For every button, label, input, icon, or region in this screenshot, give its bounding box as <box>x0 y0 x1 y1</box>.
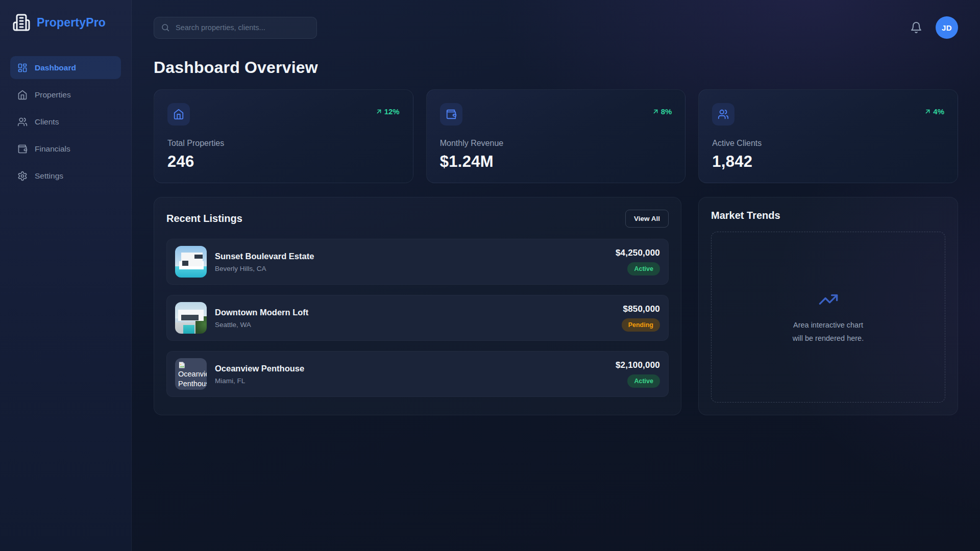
main-content: JD Dashboard Overview 12% Total Properti <box>132 0 980 551</box>
building-logo-icon <box>12 13 31 32</box>
status-badge: Active <box>627 374 660 388</box>
topbar: JD <box>154 16 958 39</box>
arrow-up-right-icon <box>924 108 932 115</box>
sidebar-item-label: Settings <box>35 171 63 181</box>
listing-name: Oceanview Penthouse <box>215 364 607 373</box>
listing-location: Seattle, WA <box>215 321 614 329</box>
app-logo: PropertyPro <box>10 13 121 32</box>
listing-row-oceanview-penthouse[interactable]: Oceanview Penthouse Oceanview Penthouse … <box>166 351 669 397</box>
recent-listings-title: Recent Listings <box>166 213 242 224</box>
stat-change: 12% <box>375 107 400 116</box>
listing-location: Beverly Hills, CA <box>215 265 607 272</box>
stat-change-value: 12% <box>384 107 400 116</box>
chart-placeholder-line1: Area interactive chart <box>793 319 864 332</box>
broken-image-icon <box>178 361 186 369</box>
sidebar: PropertyPro Dashboard Properties <box>0 0 132 551</box>
sidebar-item-label: Dashboard <box>35 63 76 72</box>
view-all-button[interactable]: View All <box>625 210 669 228</box>
listing-row-sunset-boulevard[interactable]: Sunset Boulevard Estate Beverly Hills, C… <box>166 239 669 285</box>
sidebar-item-dashboard[interactable]: Dashboard <box>10 56 121 79</box>
page-title: Dashboard Overview <box>154 58 958 77</box>
sidebar-item-settings[interactable]: Settings <box>10 164 121 187</box>
listing-price: $2,100,000 <box>616 360 660 370</box>
stat-label: Active Clients <box>712 139 944 148</box>
stat-card-active-clients: 4% Active Clients 1,842 <box>698 89 958 183</box>
sidebar-item-label: Clients <box>35 117 59 127</box>
market-trends-title: Market Trends <box>711 210 780 221</box>
topbar-actions: JD <box>910 16 958 39</box>
status-badge: Pending <box>622 318 660 332</box>
stat-value: 1,842 <box>712 153 944 171</box>
home-icon <box>17 90 28 100</box>
stat-label: Monthly Revenue <box>440 139 672 148</box>
listing-thumbnail-alt-text: Oceanview Penthouse <box>178 369 204 388</box>
search-icon <box>161 23 170 32</box>
status-badge: Active <box>627 262 660 276</box>
wallet-icon <box>440 103 462 126</box>
search-bar <box>154 17 317 39</box>
stat-value: 246 <box>167 153 400 171</box>
listing-price: $850,000 <box>623 304 660 314</box>
stat-change: 8% <box>652 107 672 116</box>
listing-thumbnail-broken: Oceanview Penthouse <box>175 358 207 390</box>
listing-list: Sunset Boulevard Estate Beverly Hills, C… <box>166 239 669 397</box>
arrow-up-right-icon <box>652 108 659 115</box>
arrow-up-right-icon <box>375 108 383 115</box>
market-trends-panel: Market Trends Area interactive chart wil… <box>698 197 958 415</box>
users-icon <box>17 117 28 127</box>
content-row: Recent Listings View All Sunset Boulevar… <box>154 197 958 415</box>
stat-card-monthly-revenue: 8% Monthly Revenue $1.24M <box>426 89 686 183</box>
stat-value: $1.24M <box>440 153 672 171</box>
listing-location: Miami, FL <box>215 377 607 385</box>
sidebar-item-label: Financials <box>35 144 70 154</box>
listing-name: Downtown Modern Loft <box>215 308 614 317</box>
chart-placeholder-line2: will be rendered here. <box>793 332 864 345</box>
wallet-icon <box>17 144 28 154</box>
stat-change-value: 4% <box>933 107 944 116</box>
chart-placeholder: Area interactive chart will be rendered … <box>711 232 945 403</box>
listing-row-downtown-loft[interactable]: Downtown Modern Loft Seattle, WA $850,00… <box>166 295 669 341</box>
listing-price: $4,250,000 <box>616 248 660 258</box>
stat-card-total-properties: 12% Total Properties 246 <box>154 89 413 183</box>
home-icon <box>167 103 190 126</box>
app-name: PropertyPro <box>37 16 106 30</box>
bell-icon[interactable] <box>910 21 922 34</box>
sidebar-item-label: Properties <box>35 90 71 99</box>
stat-change: 4% <box>924 107 944 116</box>
chart-placeholder-text: Area interactive chart will be rendered … <box>793 319 864 345</box>
sidebar-item-properties[interactable]: Properties <box>10 83 121 106</box>
trending-up-icon <box>818 289 839 310</box>
users-icon <box>712 103 734 126</box>
listing-thumbnail <box>175 246 207 278</box>
sidebar-nav: Dashboard Properties Clients <box>10 56 121 187</box>
sidebar-item-clients[interactable]: Clients <box>10 110 121 133</box>
listing-name: Sunset Boulevard Estate <box>215 252 607 261</box>
gear-icon <box>17 171 28 181</box>
avatar[interactable]: JD <box>936 16 958 39</box>
stat-label: Total Properties <box>167 139 400 148</box>
stat-change-value: 8% <box>661 107 672 116</box>
dashboard-grid-icon <box>17 63 28 73</box>
sidebar-item-financials[interactable]: Financials <box>10 137 121 160</box>
recent-listings-panel: Recent Listings View All Sunset Boulevar… <box>154 197 681 415</box>
stats-row: 12% Total Properties 246 8% <box>154 89 958 183</box>
listing-thumbnail <box>175 302 207 334</box>
search-input[interactable] <box>154 17 317 39</box>
